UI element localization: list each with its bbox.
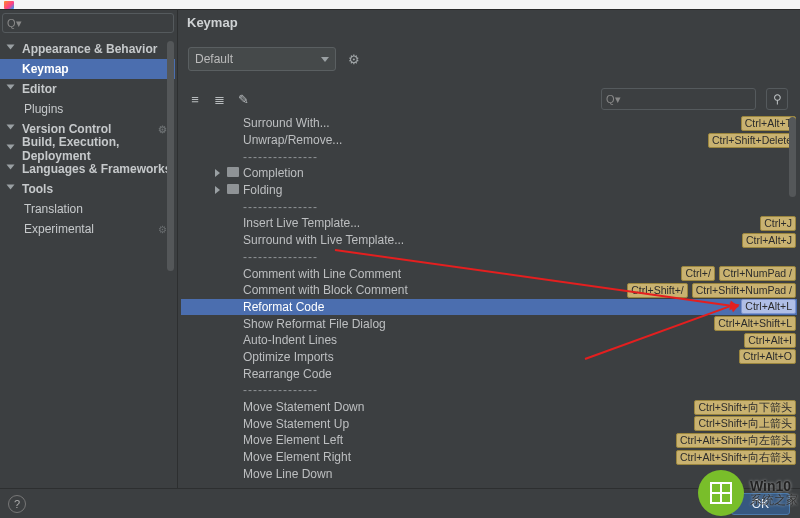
shortcut-group: Ctrl+Alt+Shift+向右箭头: [676, 450, 796, 465]
sidebar-item[interactable]: Keymap: [0, 59, 175, 79]
shortcut-group: Ctrl+Alt+T: [741, 116, 796, 131]
tree-row[interactable]: Folding: [181, 182, 797, 199]
action-label: Comment with Line Comment: [243, 267, 401, 281]
expand-icon[interactable]: [215, 169, 220, 177]
sidebar-item[interactable]: Tools: [0, 179, 175, 199]
search-icon: Q▾: [7, 17, 22, 30]
shortcut-group: Ctrl+/Ctrl+NumPad /: [681, 266, 796, 281]
sidebar-scrollbar[interactable]: [167, 41, 174, 271]
action-label: Move Element Left: [243, 433, 343, 447]
page-title: Keymap: [187, 15, 238, 30]
sidebar-item[interactable]: Appearance & Behavior: [0, 39, 175, 59]
sidebar-item[interactable]: Editor: [0, 79, 175, 99]
action-label: Unwrap/Remove...: [243, 133, 342, 147]
action-label: ---------------: [243, 250, 318, 264]
shortcut-pill: Ctrl+Alt+T: [741, 116, 796, 131]
tree-row[interactable]: Move Statement DownCtrl+Shift+向下箭头: [181, 399, 797, 416]
shortcut-pill: Ctrl+Shift+向下箭头: [694, 400, 796, 415]
sidebar-item-label: Keymap: [22, 62, 69, 76]
tree-row[interactable]: ---------------: [181, 198, 797, 215]
edit-shortcut-icon[interactable]: ✎: [236, 92, 250, 107]
chevron-icon: [7, 85, 15, 90]
native-titlebar: [0, 0, 800, 9]
shortcut-pill: Ctrl+Shift+Delete: [708, 133, 796, 148]
shortcut-group: Ctrl+Alt+Shift+L: [714, 316, 796, 331]
tree-row[interactable]: Move Element LeftCtrl+Alt+Shift+向左箭头: [181, 432, 797, 449]
collapse-all-icon[interactable]: ≣: [212, 92, 226, 107]
settings-sidebar: Appearance & BehaviorKeymapEditorPlugins…: [0, 39, 175, 488]
keymap-settings-gear-icon[interactable]: ⚙: [348, 52, 360, 67]
sidebar-item-label: Languages & Frameworks: [22, 162, 171, 176]
shortcut-pill: Ctrl+Alt+I: [744, 333, 796, 348]
keymap-action-tree[interactable]: Surround With...Ctrl+Alt+TUnwrap/Remove.…: [181, 115, 797, 488]
action-label: ---------------: [243, 383, 318, 397]
tree-row[interactable]: Show Reformat File DialogCtrl+Alt+Shift+…: [181, 315, 797, 332]
tree-row[interactable]: Rearrange Code: [181, 365, 797, 382]
help-button[interactable]: ?: [8, 495, 26, 513]
shortcut-pill: Ctrl+NumPad /: [719, 266, 796, 281]
folder-icon: [227, 184, 239, 194]
keymap-profile-select[interactable]: Default: [188, 47, 336, 71]
tree-row[interactable]: Reformat CodeCtrl+Alt+L: [181, 299, 797, 316]
sidebar-item-label: Experimental: [24, 222, 94, 236]
tree-row[interactable]: Insert Live Template...Ctrl+J: [181, 215, 797, 232]
shortcut-group: Ctrl+Alt+Shift+向左箭头: [676, 433, 796, 448]
shortcut-group: Ctrl+Shift+/Ctrl+Shift+NumPad /: [627, 283, 796, 298]
tree-row[interactable]: Surround with Live Template...Ctrl+Alt+J: [181, 232, 797, 249]
action-label: Move Statement Down: [243, 400, 364, 414]
sidebar-item[interactable]: Translation: [0, 199, 175, 219]
chevron-icon: [7, 125, 15, 130]
dialog-footer: ? OK: [0, 488, 800, 518]
tree-row[interactable]: ---------------: [181, 148, 797, 165]
scope-icon: ⚙: [158, 124, 167, 135]
shortcut-pill: Ctrl+Alt+O: [739, 349, 796, 364]
tree-row[interactable]: Comment with Block CommentCtrl+Shift+/Ct…: [181, 282, 797, 299]
keymap-toolbar: ≡ ≣ ✎ Q▾ ⚲: [188, 87, 788, 111]
action-search-input[interactable]: Q▾: [601, 88, 756, 110]
watermark-logo-icon: [698, 470, 744, 516]
sidebar-item[interactable]: Build, Execution, Deployment: [0, 139, 175, 159]
find-action-icon: ⚲: [773, 92, 782, 106]
shortcut-pill: Ctrl+Alt+J: [742, 233, 796, 248]
expand-icon[interactable]: [215, 186, 220, 194]
sidebar-item[interactable]: Experimental⚙: [0, 219, 175, 239]
tree-row[interactable]: Comment with Line CommentCtrl+/Ctrl+NumP…: [181, 265, 797, 282]
sidebar-item[interactable]: Plugins: [0, 99, 175, 119]
action-label: Folding: [243, 183, 282, 197]
chevron-icon: [7, 165, 15, 170]
tree-row[interactable]: Unwrap/Remove...Ctrl+Shift+Delete: [181, 132, 797, 149]
shortcut-pill: Ctrl+Alt+Shift+向右箭头: [676, 450, 796, 465]
tree-row[interactable]: Move Element RightCtrl+Alt+Shift+向右箭头: [181, 449, 797, 466]
action-label: Show Reformat File Dialog: [243, 317, 386, 331]
action-label: Move Statement Up: [243, 417, 349, 431]
shortcut-pill: Ctrl+Alt+Shift+向左箭头: [676, 433, 796, 448]
sidebar-item[interactable]: Languages & Frameworks: [0, 159, 175, 179]
shortcut-group: Ctrl+Alt+L: [741, 299, 796, 314]
shortcut-pill: Ctrl+Shift+/: [627, 283, 688, 298]
tree-row[interactable]: Completion: [181, 165, 797, 182]
sidebar-item-label: Editor: [22, 82, 57, 96]
search-icon: Q▾: [606, 93, 621, 106]
tree-row[interactable]: Move Statement UpCtrl+Shift+向上箭头: [181, 415, 797, 432]
shortcut-group: Ctrl+J: [760, 216, 796, 231]
action-label: Rearrange Code: [243, 367, 332, 381]
shortcut-pill: Ctrl+Alt+Shift+L: [714, 316, 796, 331]
chevron-icon: [7, 185, 15, 190]
find-by-shortcut-button[interactable]: ⚲: [766, 88, 788, 110]
sidebar-item-label: Appearance & Behavior: [22, 42, 157, 56]
action-label: ---------------: [243, 150, 318, 164]
settings-dialog: Q▾ Keymap Appearance & BehaviorKeymapEdi…: [0, 9, 800, 518]
scope-icon: ⚙: [158, 224, 167, 235]
tree-row[interactable]: ---------------: [181, 382, 797, 399]
shortcut-group: Ctrl+Alt+J: [742, 233, 796, 248]
expand-all-icon[interactable]: ≡: [188, 92, 202, 107]
tree-row[interactable]: Auto-Indent LinesCtrl+Alt+I: [181, 332, 797, 349]
tree-row[interactable]: ---------------: [181, 249, 797, 266]
tree-row[interactable]: Optimize ImportsCtrl+Alt+O: [181, 349, 797, 366]
shortcut-group: Ctrl+Shift+向下箭头: [694, 400, 796, 415]
settings-search-input[interactable]: Q▾: [2, 13, 174, 33]
tree-row[interactable]: Surround With...Ctrl+Alt+T: [181, 115, 797, 132]
tree-scrollbar[interactable]: [789, 117, 796, 197]
keymap-profile-value: Default: [195, 52, 233, 66]
sidebar-item-label: Version Control: [22, 122, 111, 136]
